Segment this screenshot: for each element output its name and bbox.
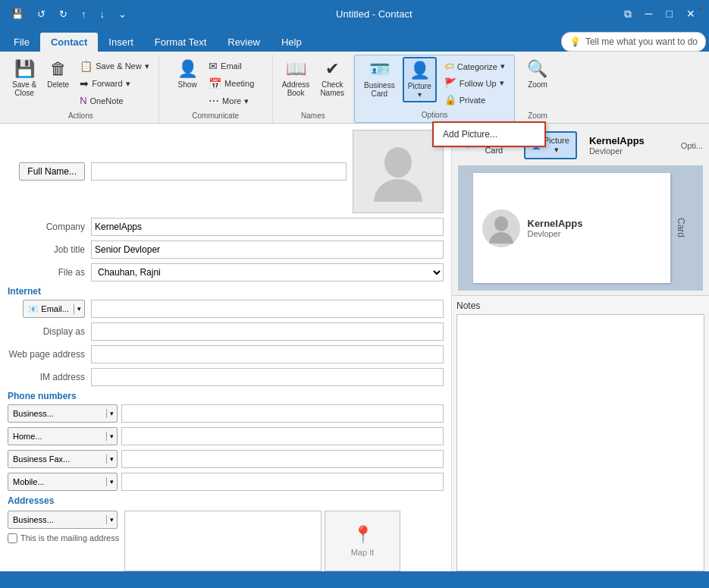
qat-redo[interactable]: ↻: [55, 7, 71, 21]
display-as-label: Display as: [8, 326, 91, 337]
categorize-icon: 🏷: [444, 61, 454, 72]
address-type-arrow[interactable]: ▾: [107, 516, 117, 524]
business-phone-arrow[interactable]: ▾: [107, 410, 117, 417]
mailing-address-checkbox[interactable]: [8, 533, 17, 543]
biz-fax-dropdown[interactable]: Business Fax... ▾: [8, 450, 118, 468]
form-area: Full Name... Company Job title File as: [0, 124, 451, 588]
job-title-input[interactable]: [91, 241, 444, 259]
forward-button[interactable]: ➡ Forward ▾: [75, 75, 154, 92]
maximize-button[interactable]: □: [660, 5, 679, 24]
picture-dropdown: Add Picture...: [432, 121, 546, 147]
company-label: Company: [8, 222, 91, 232]
qat-undo[interactable]: ↺: [33, 7, 49, 21]
email-row: 📧 Email... ▾: [8, 300, 444, 318]
tab-format-text[interactable]: Format Text: [144, 33, 217, 52]
mailing-address-label: This is the mailing address: [20, 533, 119, 542]
mobile-label-area: Mobile... ▾: [8, 473, 121, 491]
save-close-icon: 💾: [14, 59, 35, 79]
im-input[interactable]: [91, 368, 444, 386]
options-label: Opti...: [681, 141, 703, 150]
mobile-input[interactable]: [121, 473, 444, 491]
ribbon: 💾 Save &Close 🗑 Delete 📋 Save & New ▾ ➡ …: [0, 52, 709, 124]
follow-up-icon: 🚩: [444, 77, 456, 89]
biz-card-title: Devloper: [528, 229, 583, 238]
app-name-display: KernelApps: [589, 135, 645, 146]
business-card-button[interactable]: 🪪 BusinessCard: [359, 57, 400, 101]
names-label: Names: [273, 112, 353, 120]
meeting-button[interactable]: 📅 Meeting: [204, 75, 259, 92]
picture-icon: 👤: [409, 61, 430, 80]
status-bar: [0, 571, 709, 588]
email-input[interactable]: [91, 300, 444, 318]
file-as-select[interactable]: Chauhan, Rajni: [91, 263, 444, 281]
full-name-button[interactable]: Full Name...: [19, 162, 85, 181]
tab-contact[interactable]: Contact: [40, 33, 98, 52]
private-button[interactable]: 🔒 Private: [440, 92, 510, 108]
onenote-button[interactable]: N OneNote: [75, 93, 154, 108]
delete-button[interactable]: 🗑 Delete: [42, 56, 74, 92]
email-icon: ✉: [209, 60, 218, 72]
actions-small-col: 📋 Save & New ▾ ➡ Forward ▾ N OneNote: [75, 56, 154, 108]
follow-up-button[interactable]: 🚩 Follow Up ▾: [440, 75, 510, 91]
tab-file[interactable]: File: [3, 33, 40, 52]
qat-up[interactable]: ↑: [77, 7, 90, 21]
qat-more[interactable]: ⌄: [115, 7, 130, 21]
mobile-arrow[interactable]: ▾: [107, 478, 117, 486]
tab-help[interactable]: Help: [271, 33, 312, 52]
avatar-placeholder: [372, 141, 425, 202]
web-page-input[interactable]: [91, 345, 444, 363]
tell-me-input[interactable]: 💡 Tell me what you want to do: [561, 32, 706, 52]
internet-section-label: Internet: [8, 286, 444, 297]
more-icon: ⋯: [209, 95, 219, 107]
address-book-button[interactable]: 📖 AddressBook: [278, 56, 315, 100]
company-input[interactable]: [91, 218, 444, 236]
ribbon-group-options: 🪪 BusinessCard 👤 Picture▾ 🏷 Categorize ▾…: [354, 55, 515, 123]
svg-point-1: [374, 179, 422, 202]
full-name-input[interactable]: [91, 162, 347, 181]
minimize-button[interactable]: ─: [639, 5, 659, 24]
mobile-dropdown[interactable]: Mobile... ▾: [8, 473, 118, 491]
save-new-button[interactable]: 📋 Save & New ▾: [75, 58, 154, 74]
qat-save[interactable]: 💾: [8, 7, 27, 21]
business-phone-input[interactable]: [121, 404, 444, 423]
biz-card-inner: KernelApps Devloper: [473, 173, 670, 283]
email-button[interactable]: ✉ Email: [204, 58, 259, 74]
display-as-input[interactable]: [91, 322, 444, 341]
save-close-button[interactable]: 💾 Save &Close: [8, 56, 41, 100]
biz-fax-input[interactable]: [121, 450, 444, 468]
check-names-button[interactable]: ✔ CheckNames: [315, 56, 349, 100]
home-phone-arrow[interactable]: ▾: [107, 432, 117, 440]
qat-down[interactable]: ↓: [96, 7, 109, 21]
file-as-wrapper: Chauhan, Rajni: [91, 263, 444, 281]
business-phone-dropdown[interactable]: Business... ▾: [8, 404, 118, 423]
biz-fax-arrow[interactable]: ▾: [107, 455, 117, 463]
categorize-button[interactable]: 🏷 Categorize ▾: [440, 58, 510, 74]
picture-button[interactable]: 👤 Picture▾: [403, 57, 437, 102]
ribbon-group-names: 📖 AddressBook ✔ CheckNames Names: [273, 55, 354, 123]
map-it-area[interactable]: 📍 Map It: [325, 511, 400, 571]
onenote-icon: N: [80, 95, 86, 106]
card-label: Card: [673, 218, 689, 237]
home-phone-row: Home... ▾: [8, 427, 444, 445]
svg-point-0: [384, 147, 412, 178]
address-type-dropdown[interactable]: Business... ▾: [8, 511, 118, 529]
ribbon-collapse-btn[interactable]: ▲: [694, 2, 707, 13]
address-textarea[interactable]: [124, 511, 322, 571]
zoom-button[interactable]: 🔍 Zoom: [522, 56, 553, 92]
restore-button[interactable]: ⧉: [618, 5, 638, 24]
more-button[interactable]: ⋯ More ▾: [204, 93, 259, 109]
add-picture-item[interactable]: Add Picture...: [434, 123, 544, 146]
title-bar: 💾 ↺ ↻ ↑ ↓ ⌄ Untitled - Contact ⧉ ─ □ ✕: [0, 0, 709, 27]
options-panel: 🪪 BusinessCard 👤 Picture▾ KernelApps Dev…: [452, 124, 709, 296]
email-dropdown-arrow[interactable]: ▾: [74, 305, 84, 313]
email-dropdown-btn[interactable]: 📧 Email... ▾: [23, 300, 85, 318]
show-button[interactable]: 👤 Show: [172, 56, 202, 92]
tab-review[interactable]: Review: [217, 33, 271, 52]
notes-textarea[interactable]: [456, 314, 704, 571]
home-phone-input[interactable]: [121, 427, 444, 445]
tab-insert[interactable]: Insert: [98, 33, 144, 52]
home-phone-label-area: Home... ▾: [8, 427, 121, 445]
home-phone-dropdown[interactable]: Home... ▾: [8, 427, 118, 445]
lightbulb-icon: 💡: [569, 36, 581, 47]
web-page-label: Web page address: [8, 349, 91, 360]
